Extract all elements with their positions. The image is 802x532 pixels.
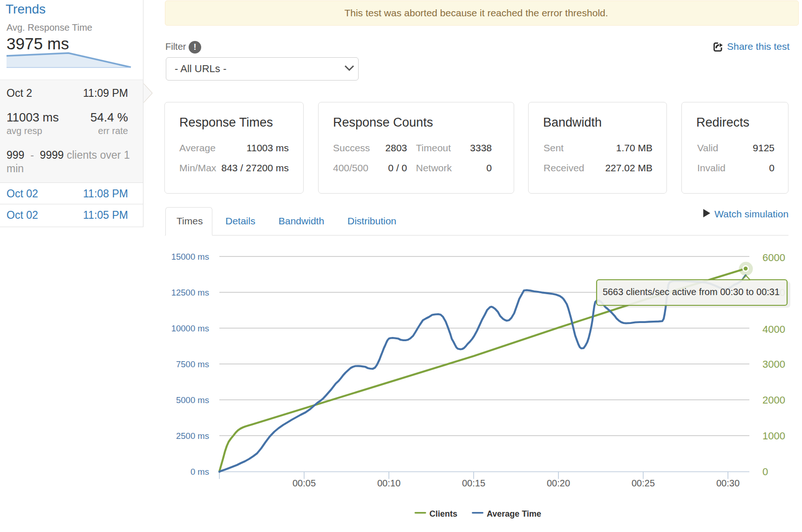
svg-text:7500 ms: 7500 ms — [176, 359, 209, 369]
svg-text:10000 ms: 10000 ms — [171, 323, 209, 333]
svg-text:00:25: 00:25 — [632, 478, 655, 488]
svg-text:4000: 4000 — [762, 323, 785, 335]
svg-text:00:10: 00:10 — [377, 478, 401, 488]
svg-text:00:20: 00:20 — [547, 478, 570, 488]
svg-text:00:15: 00:15 — [462, 478, 485, 488]
svg-text:6000: 6000 — [762, 252, 785, 263]
svg-text:00:30: 00:30 — [716, 478, 740, 488]
svg-text:0 ms: 0 ms — [190, 467, 209, 477]
svg-text:Clients: Clients — [429, 509, 457, 519]
svg-text:2000: 2000 — [762, 394, 785, 406]
svg-text:3000: 3000 — [762, 358, 785, 370]
svg-text:00:05: 00:05 — [292, 478, 316, 488]
svg-text:5000 ms: 5000 ms — [176, 395, 209, 405]
svg-text:Average Time: Average Time — [487, 509, 541, 519]
svg-text:12500 ms: 12500 ms — [171, 288, 209, 297]
svg-text:5663 clients/sec active from 0: 5663 clients/sec active from 00:30 to 00… — [603, 287, 780, 297]
svg-text:1000: 1000 — [762, 430, 785, 442]
svg-text:0: 0 — [762, 466, 768, 478]
svg-text:15000 ms: 15000 ms — [171, 252, 209, 262]
svg-text:2500 ms: 2500 ms — [176, 431, 209, 441]
